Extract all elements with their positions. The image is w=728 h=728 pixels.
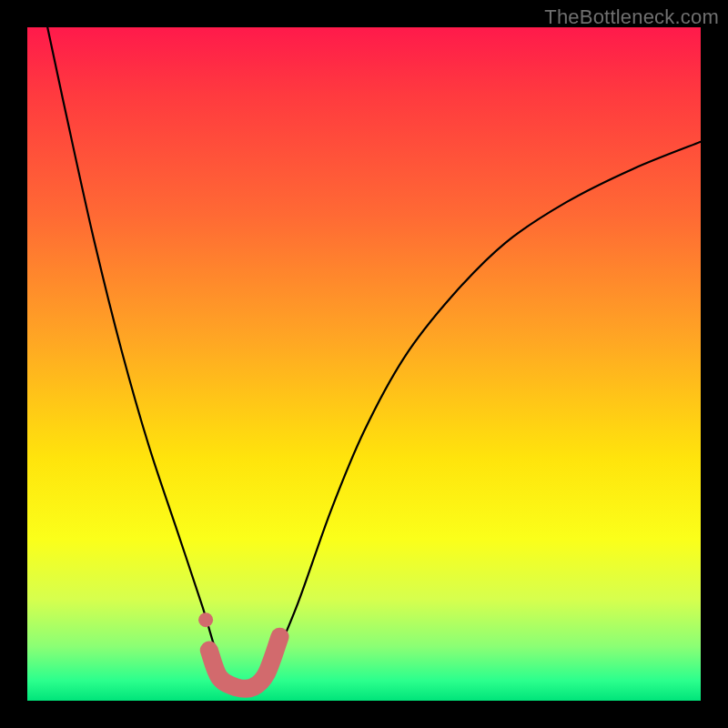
minimum-highlight [209, 637, 280, 689]
marker-dot [198, 612, 213, 627]
chart-stage: TheBottleneck.com [0, 0, 728, 728]
curve-svg [27, 27, 701, 701]
bottleneck-curve [47, 27, 701, 690]
watermark-label: TheBottleneck.com [544, 5, 719, 29]
plot-area [27, 27, 701, 701]
